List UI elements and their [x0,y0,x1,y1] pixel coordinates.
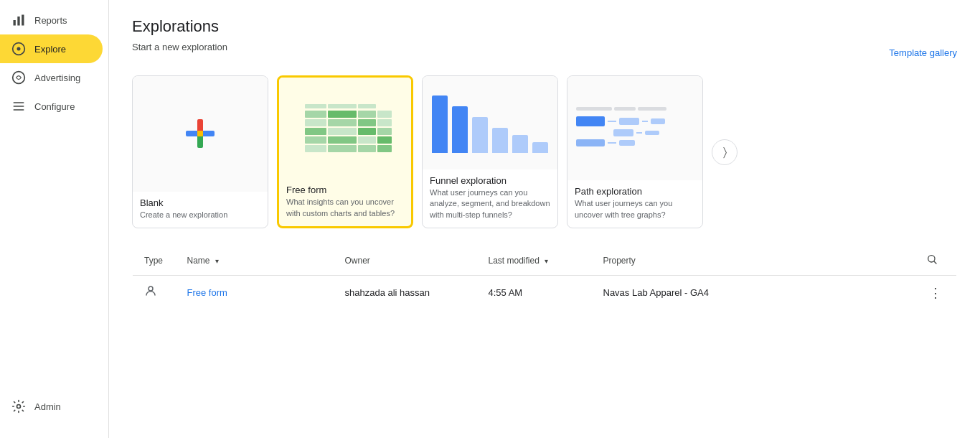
next-button[interactable]: 〉 [712,139,738,165]
cell-type [133,276,176,310]
name-sort-icon: ▾ [215,257,219,265]
svg-point-5 [13,72,25,84]
bar-chart-icon [11,13,26,27]
template-gallery-link[interactable]: Template gallery [889,47,957,58]
card-path-desc: What user journeys can you uncover with … [575,198,695,220]
plus-icon [186,119,215,148]
chevron-right-icon: 〉 [723,146,727,159]
sidebar-item-configure-label: Configure [34,101,75,112]
svg-point-9 [17,405,21,409]
card-blank-desc: Create a new exploration [140,210,260,220]
cell-property: Navas Lab Apparel - GA4 [592,276,915,310]
configure-icon [11,99,26,113]
card-freeform-info: Free form What insights can you uncover … [279,179,411,226]
sidebar-item-admin[interactable]: Admin [0,392,103,421]
card-funnel[interactable]: Funnel exploration What user journeys ca… [422,75,558,228]
svg-rect-1 [17,17,19,26]
card-path-info: Path exploration What user journeys can … [567,180,702,228]
col-header-search [915,246,957,276]
start-label: Start a new exploration [132,42,227,52]
col-header-last-modified[interactable]: Last modified ▾ [477,246,592,276]
col-header-type: Type [133,246,176,276]
card-funnel-info: Funnel exploration What user journeys ca… [423,169,557,228]
exploration-name-link[interactable]: Free form [187,287,227,298]
person-icon [144,286,157,300]
template-cards-row: Blank Create a new exploration [132,75,957,228]
card-blank-info: Blank Create a new exploration [133,192,268,228]
sidebar-item-explore-label: Explore [34,44,66,55]
svg-rect-7 [14,106,24,107]
card-freeform-title: Free form [286,185,404,195]
sidebar-item-advertising-label: Advertising [34,73,80,83]
funnel-visual [423,81,557,164]
cell-actions: ⋮ [915,276,957,310]
card-funnel-preview [423,76,557,169]
sidebar-bottom: Admin [0,392,108,432]
card-freeform-desc: What insights can you uncover with custo… [286,197,404,219]
card-freeform-preview [279,78,411,179]
row-more-button[interactable]: ⋮ [926,285,945,301]
card-path[interactable]: Path exploration What user journeys can … [567,75,703,228]
sidebar: Reports Explore Advertising [0,0,109,438]
card-blank-preview [133,76,268,192]
sidebar-nav: Reports Explore Advertising [0,6,108,121]
svg-rect-0 [14,20,16,26]
freeform-visual [302,101,388,155]
col-header-owner: Owner [334,246,477,276]
sidebar-item-reports-label: Reports [34,15,67,26]
card-path-title: Path exploration [575,186,695,197]
table-search-button[interactable] [926,253,938,268]
cell-owner: shahzada ali hassan [334,276,477,310]
explorations-table: Type Name ▾ Owner Last modified ▾ Proper… [132,246,957,310]
card-path-preview [567,76,702,180]
card-blank-title: Blank [140,197,260,208]
svg-point-11 [149,286,153,291]
table-header-row: Type Name ▾ Owner Last modified ▾ Proper… [133,246,957,276]
explore-icon [11,42,26,56]
col-header-name[interactable]: Name ▾ [176,246,334,276]
sidebar-item-advertising[interactable]: Advertising [0,63,103,92]
card-funnel-desc: What user journeys can you analyze, segm… [430,187,550,220]
main-content: Explorations Start a new exploration Tem… [109,0,980,438]
card-funnel-title: Funnel exploration [430,175,550,186]
col-header-property: Property [592,246,915,276]
advertising-icon [11,70,26,85]
table-row: Free form shahzada ali hassan 4:55 AM Na… [133,276,957,310]
page-title: Explorations [132,17,957,36]
sidebar-item-reports[interactable]: Reports [0,6,103,34]
cell-name: Free form [176,276,334,310]
sidebar-item-admin-label: Admin [34,401,61,412]
card-blank[interactable]: Blank Create a new exploration [132,75,268,228]
svg-rect-8 [14,109,24,111]
explorations-header: Start a new exploration Template gallery [132,42,957,64]
svg-rect-2 [22,15,24,26]
sidebar-item-explore[interactable]: Explore [0,34,103,63]
svg-rect-6 [14,102,24,103]
settings-icon [11,399,26,414]
path-visual [567,95,702,161]
sidebar-item-configure[interactable]: Configure [0,92,103,121]
cell-last-modified: 4:55 AM [477,276,592,310]
svg-point-4 [17,47,21,51]
card-freeform[interactable]: Free form What insights can you uncover … [277,75,413,228]
modified-sort-icon: ▾ [545,257,548,265]
